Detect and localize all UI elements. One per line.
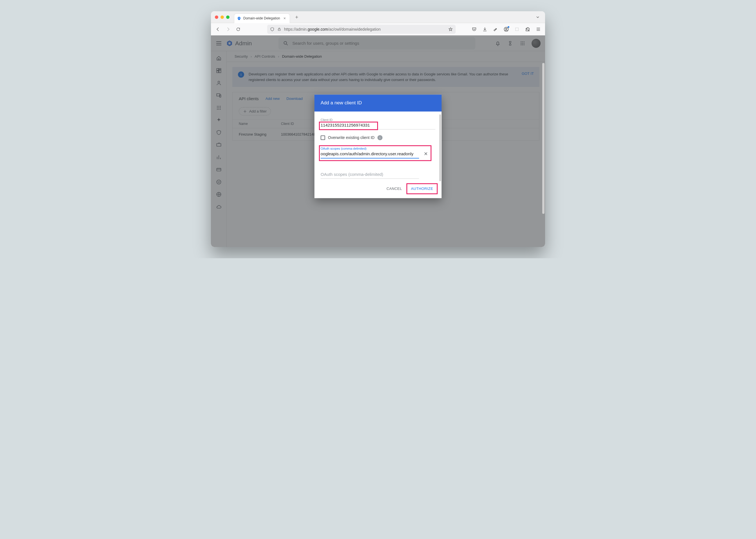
overwrite-row: Overwrite existing client ID i <box>321 135 435 140</box>
back-button[interactable] <box>214 26 222 33</box>
window-controls <box>215 16 230 19</box>
extensions-icon[interactable] <box>514 26 520 33</box>
tabs-dropdown-button[interactable] <box>534 14 541 21</box>
scopes-input[interactable] <box>321 150 419 158</box>
pocket-icon[interactable] <box>471 26 478 33</box>
account-icon[interactable] <box>503 26 510 33</box>
downloads-icon[interactable] <box>482 26 488 33</box>
puzzle-icon[interactable] <box>524 26 531 33</box>
app-menu-button[interactable] <box>535 26 542 33</box>
svg-point-3 <box>506 28 507 29</box>
lock-icon <box>277 27 281 31</box>
window-close-button[interactable] <box>215 16 218 19</box>
browser-tab[interactable]: Domain-wide Delegation <box>234 14 290 23</box>
reload-button[interactable] <box>235 26 242 33</box>
scopes-label: OAuth scopes (comma-delimited) <box>321 147 435 150</box>
scopes-placeholder-input[interactable]: OAuth scopes (comma-delimited) <box>321 171 419 179</box>
client-id-label: Client ID <box>321 118 435 121</box>
modal-title: Add a new client ID <box>314 95 442 112</box>
page-scrollbar[interactable] <box>542 63 544 214</box>
devtools-icon[interactable] <box>492 26 499 33</box>
browser-tab-bar: Domain-wide Delegation <box>211 11 545 23</box>
tab-title: Domain-wide Delegation <box>243 16 280 20</box>
svg-point-0 <box>239 18 240 19</box>
tab-favicon-icon <box>237 16 241 20</box>
tab-close-button[interactable] <box>282 16 287 21</box>
new-tab-button[interactable] <box>293 13 301 21</box>
window-maximize-button[interactable] <box>226 16 230 19</box>
shield-icon <box>270 27 274 32</box>
client-id-input[interactable] <box>321 121 435 129</box>
svg-rect-1 <box>278 29 280 31</box>
browser-toolbar: https://admin.google.com/ac/owl/domainwi… <box>211 23 545 36</box>
forward-button[interactable] <box>225 26 232 33</box>
overwrite-label: Overwrite existing client ID <box>328 135 375 140</box>
address-bar[interactable]: https://admin.google.com/ac/owl/domainwi… <box>267 25 456 34</box>
url-text: https://admin.google.com/ac/owl/domainwi… <box>284 27 380 32</box>
client-id-field: Client ID <box>321 118 435 129</box>
overwrite-checkbox[interactable] <box>321 135 325 140</box>
scopes-field: OAuth scopes (comma-delimited) <box>321 147 435 158</box>
add-client-id-modal: Add a new client ID Client ID Overwrite … <box>314 95 442 198</box>
window-minimize-button[interactable] <box>221 16 224 19</box>
clear-scopes-button[interactable] <box>422 150 429 157</box>
modal-scrollbar[interactable] <box>439 114 441 181</box>
cancel-button[interactable]: CANCEL <box>383 184 405 193</box>
info-tooltip-icon[interactable]: i <box>378 135 382 140</box>
svg-rect-4 <box>515 28 518 31</box>
bookmark-star-icon[interactable] <box>448 27 453 32</box>
authorize-button[interactable]: AUTHORIZE <box>408 184 437 193</box>
